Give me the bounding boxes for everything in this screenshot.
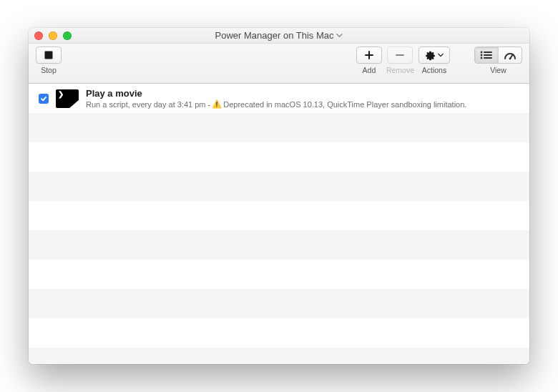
stop-label: Stop xyxy=(41,66,57,74)
list-row xyxy=(29,230,529,260)
view-gauge-button[interactable] xyxy=(498,47,522,63)
svg-point-1 xyxy=(481,52,483,54)
event-subtitle: Run a script, every day at 3:41 pm - ⚠️ … xyxy=(86,99,466,109)
svg-rect-2 xyxy=(484,52,492,53)
list-row xyxy=(29,142,529,172)
chevron-down-icon xyxy=(336,32,343,39)
zoom-button[interactable] xyxy=(63,31,72,40)
event-title: Play a movie xyxy=(86,88,466,99)
window-controls xyxy=(34,31,72,40)
events-list: Play a movie Run a script, every day at … xyxy=(29,84,529,364)
chevron-down-icon xyxy=(438,52,444,58)
titlebar: Power Manager on This Mac xyxy=(29,28,529,44)
remove-item: Remove xyxy=(386,46,414,74)
view-segment xyxy=(474,46,522,64)
svg-point-3 xyxy=(481,54,483,57)
gear-icon xyxy=(425,50,436,61)
plus-icon xyxy=(364,50,374,60)
event-warning-text: Deprecated in macOS 10.13, QuickTime Pla… xyxy=(223,100,466,109)
svg-point-5 xyxy=(481,57,483,59)
svg-point-8 xyxy=(509,58,512,60)
svg-rect-4 xyxy=(484,54,492,56)
minimize-button[interactable] xyxy=(49,31,57,40)
remove-button[interactable] xyxy=(387,46,413,64)
toolbar: Stop Add Remove xyxy=(29,44,529,84)
view-list-button[interactable] xyxy=(475,47,498,63)
list-row xyxy=(29,289,529,318)
list-row xyxy=(29,201,529,230)
list-row xyxy=(29,172,529,201)
view-label: View xyxy=(490,66,506,74)
event-enabled-checkbox[interactable] xyxy=(39,94,49,104)
list-row xyxy=(29,318,529,348)
stop-button[interactable] xyxy=(36,46,62,64)
gauge-icon xyxy=(504,50,517,60)
close-button[interactable] xyxy=(34,31,43,40)
title-selector[interactable]: Power Manager on This Mac xyxy=(29,30,529,41)
event-row[interactable]: Play a movie Run a script, every day at … xyxy=(29,84,529,113)
list-row xyxy=(29,113,529,142)
event-text: Play a movie Run a script, every day at … xyxy=(86,88,466,109)
svg-rect-6 xyxy=(484,57,492,59)
window-title: Power Manager on This Mac xyxy=(215,30,334,41)
warning-icon: ⚠️ xyxy=(212,99,222,109)
check-icon xyxy=(40,95,47,102)
add-label: Add xyxy=(363,66,376,74)
minus-icon xyxy=(395,50,405,60)
svg-rect-0 xyxy=(45,52,53,59)
add-item: Add xyxy=(356,46,382,74)
actions-item: Actions xyxy=(418,46,450,74)
add-button[interactable] xyxy=(356,46,382,64)
stop-item: Stop xyxy=(36,46,62,74)
stop-icon xyxy=(44,50,54,60)
remove-label: Remove xyxy=(386,66,414,74)
list-icon xyxy=(480,51,493,59)
actions-label: Actions xyxy=(422,66,446,74)
view-item: View xyxy=(474,46,522,74)
app-window: Power Manager on This Mac Stop Add xyxy=(29,28,529,364)
event-subtitle-prefix: Run a script, every day at 3:41 pm - xyxy=(86,100,210,109)
script-icon xyxy=(56,89,79,108)
list-row xyxy=(29,260,529,289)
actions-button[interactable] xyxy=(418,46,450,64)
list-row xyxy=(29,348,529,364)
